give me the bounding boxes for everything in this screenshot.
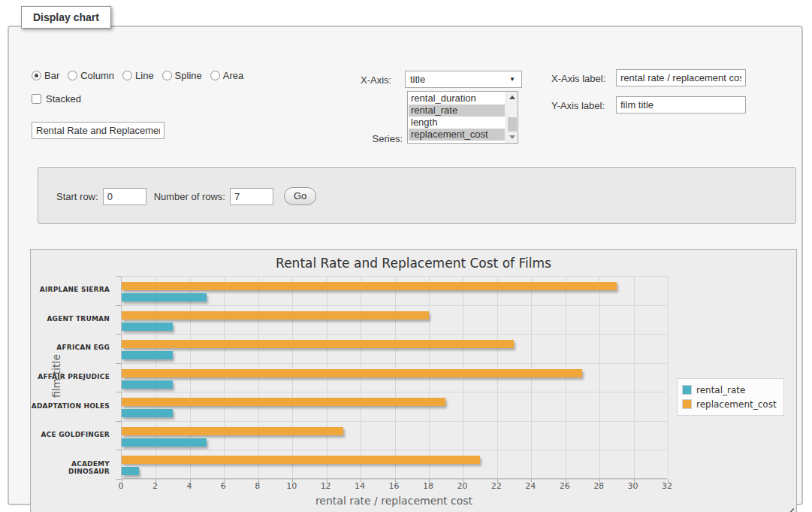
replacement-cost-swatch-icon xyxy=(682,399,692,409)
category-axis-tick xyxy=(116,450,121,450)
stacked-label: Stacked xyxy=(46,93,81,105)
gridline-vertical xyxy=(634,276,635,478)
value-axis-labels: 02468101214161820222426283032 xyxy=(121,481,667,492)
start-row-input[interactable] xyxy=(103,188,146,205)
x-axis-select[interactable]: title ▼ xyxy=(405,71,522,88)
value-axis-tick-label: 0 xyxy=(119,481,124,491)
replacement_cost-bar xyxy=(122,340,514,348)
stacked-checkbox[interactable] xyxy=(32,94,41,104)
gridline-horizontal xyxy=(122,450,667,450)
series-option-rental-rate[interactable]: rental_rate xyxy=(409,105,505,117)
radio-label: Column xyxy=(80,70,114,81)
category-label: ADAPTATION HOLES xyxy=(31,402,116,410)
category-label: AFFAIR PREJUDICE xyxy=(31,373,116,380)
rental_rate-bar xyxy=(122,467,139,475)
value-axis-tick-label: 2 xyxy=(152,481,158,491)
value-axis-tick-label: 30 xyxy=(628,481,638,491)
y-axis-label-input[interactable] xyxy=(616,96,746,114)
chart-title-input[interactable] xyxy=(32,122,165,139)
radio-icon[interactable] xyxy=(122,71,132,80)
x-axis-select-value: title xyxy=(410,74,425,85)
category-label: ACADEMY DINOSAUR xyxy=(31,460,116,475)
scroll-up-icon[interactable] xyxy=(506,92,518,103)
category-axis-tick xyxy=(116,392,121,392)
rental_rate-bar xyxy=(122,409,173,417)
series-option-length[interactable]: length xyxy=(409,117,505,129)
stacked-checkbox-row[interactable]: Stacked xyxy=(32,93,81,105)
x-axis-label-input[interactable] xyxy=(616,69,746,86)
value-axis-tick-label: 4 xyxy=(186,481,192,491)
plot-area xyxy=(121,276,667,479)
rental_rate-bar xyxy=(122,293,207,301)
value-axis-tick-label: 26 xyxy=(560,481,570,491)
legend-item-replacement-cost[interactable]: replacement_cost xyxy=(682,397,777,411)
rental-rate-swatch-icon xyxy=(682,385,692,395)
chart-type-radio-group: Bar Column Line Spline Area xyxy=(32,70,249,81)
replacement_cost-bar xyxy=(122,456,480,464)
chart-type-radio-line[interactable]: Line xyxy=(122,70,154,81)
value-axis-tick-label: 24 xyxy=(525,481,536,491)
category-axis-tick xyxy=(116,334,121,335)
replacement_cost-bar xyxy=(122,282,617,290)
chart-container: Rental Rate and Replacement Cost of Film… xyxy=(30,249,797,512)
series-options: rental_duration rental_rate length repla… xyxy=(409,92,505,141)
value-axis-tick-label: 28 xyxy=(593,481,604,491)
chart-type-radio-area[interactable]: Area xyxy=(210,70,243,81)
gridline-vertical xyxy=(668,276,669,478)
replacement_cost-bar xyxy=(122,427,343,435)
chart-type-radio-column[interactable]: Column xyxy=(68,70,114,81)
rental_rate-bar xyxy=(122,323,173,331)
gridline-horizontal xyxy=(122,276,667,277)
value-axis-tick-label: 14 xyxy=(355,481,365,491)
series-listbox[interactable]: rental_duration rental_rate length repla… xyxy=(407,91,518,144)
resize-grip-icon[interactable] xyxy=(786,505,794,512)
value-axis-tick-label: 20 xyxy=(457,481,467,491)
legend-item-rental-rate[interactable]: rental_rate xyxy=(682,383,777,397)
listbox-scrollbar[interactable] xyxy=(506,92,518,143)
x-axis-title: rental rate / replacement cost xyxy=(121,495,667,507)
gridline-horizontal xyxy=(122,334,667,335)
rental_rate-bar xyxy=(122,438,207,447)
radio-label: Area xyxy=(223,70,243,81)
radio-icon[interactable] xyxy=(210,71,220,80)
num-rows-label: Number of rows: xyxy=(154,191,225,202)
category-axis-tick xyxy=(116,305,121,306)
chart-builder-page: Display chart Bar Column Line Spline xyxy=(0,0,812,512)
x-axis-label-caption: X-Axis label: xyxy=(551,73,605,84)
replacement_cost-bar xyxy=(122,398,445,406)
display-chart-panel: Bar Column Line Spline Area Stacked xyxy=(8,26,803,505)
series-option-replacement-cost[interactable]: replacement_cost xyxy=(409,129,505,141)
category-label: ACE GOLDFINGER xyxy=(31,431,116,438)
chart-type-radio-spline[interactable]: Spline xyxy=(162,70,202,81)
panel-title: Display chart xyxy=(21,6,111,29)
category-label: AIRPLANE SIERRA xyxy=(31,286,116,293)
scroll-down-icon[interactable] xyxy=(506,132,518,143)
radio-icon[interactable] xyxy=(162,71,172,80)
value-axis-tick-label: 18 xyxy=(423,481,433,491)
category-label: AFRICAN EGG xyxy=(31,344,116,351)
chevron-down-icon: ▼ xyxy=(509,76,515,83)
series-listbox-label: Series: xyxy=(356,133,403,144)
radio-label: Spline xyxy=(175,70,202,81)
value-axis-tick-label: 32 xyxy=(662,481,672,491)
rental_rate-bar xyxy=(122,351,173,359)
rental_rate-bar xyxy=(122,380,173,389)
y-axis-label-caption: Y-Axis label: xyxy=(551,100,605,111)
radio-icon[interactable] xyxy=(68,71,77,80)
gridline-vertical xyxy=(599,276,600,478)
replacement_cost-bar xyxy=(122,369,582,377)
chart-title: Rental Rate and Replacement Cost of Film… xyxy=(31,256,796,271)
radio-icon[interactable] xyxy=(32,71,41,80)
chart-type-radio-bar[interactable]: Bar xyxy=(32,70,59,81)
category-label: AGENT TRUMAN xyxy=(31,315,116,323)
radio-label: Line xyxy=(135,70,154,81)
num-rows-input[interactable] xyxy=(230,188,273,205)
value-axis-tick-label: 16 xyxy=(389,481,400,491)
category-axis-labels: AIRPLANE SIERRAAGENT TRUMANAFRICAN EGGAF… xyxy=(31,276,116,479)
series-option-rental-duration[interactable]: rental_duration xyxy=(409,92,505,105)
category-axis-tick xyxy=(116,479,121,480)
radio-label: Bar xyxy=(44,70,59,81)
go-button[interactable]: Go xyxy=(284,187,316,205)
gridline-horizontal xyxy=(122,363,667,364)
category-axis-tick xyxy=(116,363,121,364)
